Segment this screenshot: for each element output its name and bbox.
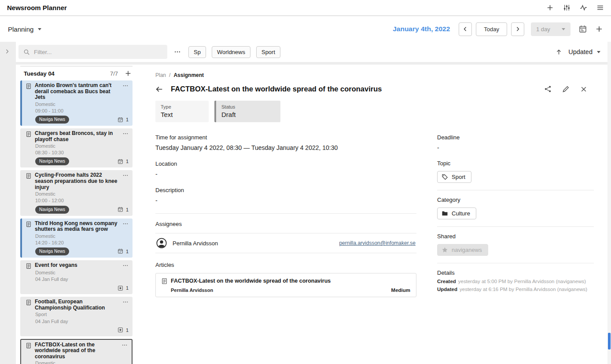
assignee-name: Pernilla Arvidsson: [173, 240, 218, 247]
sort-label[interactable]: Updated: [568, 48, 593, 55]
card-menu-icon[interactable]: [122, 83, 129, 89]
card-menu-icon[interactable]: [122, 172, 129, 178]
panels: Tuesday 04 7/7 Antonio Brown's tantrum c…: [16, 65, 607, 364]
add-event-icon[interactable]: [595, 25, 603, 33]
card-menu-icon[interactable]: [122, 221, 129, 227]
card-count: 1: [126, 159, 129, 164]
view-selector[interactable]: Planning: [8, 25, 41, 33]
deadline-value: -: [437, 144, 594, 151]
today-button[interactable]: Today: [476, 22, 507, 36]
chevron-down-icon: [38, 28, 41, 30]
card-title: Third Hong Kong news company shutters as…: [35, 221, 118, 233]
card-menu-icon[interactable]: [122, 299, 129, 305]
shared-chip: naviganews: [437, 244, 488, 256]
breadcrumb-plan[interactable]: Plan: [155, 72, 166, 78]
sort-direction-icon[interactable]: [556, 49, 562, 55]
next-day-button[interactable]: [511, 22, 524, 36]
assignment-title: FACTBOX-Latest on the worldwide spread o…: [171, 85, 382, 93]
vertical-scrollbar[interactable]: [607, 42, 611, 364]
card-title: FACTBOX-Latest on the worldwide spread o…: [35, 342, 118, 360]
edit-icon[interactable]: [562, 85, 570, 93]
card-title: Antonio Brown's tantrum can't derail com…: [35, 83, 118, 101]
avatar-icon: [156, 238, 167, 248]
star-icon: [442, 247, 448, 253]
prev-day-button[interactable]: [459, 22, 472, 36]
card-title: Cycling-Froome halts 2022 season prepara…: [35, 172, 118, 190]
card-badge: Naviga News: [35, 116, 69, 124]
more-filters-icon[interactable]: [174, 48, 181, 55]
current-date[interactable]: January 4th, 2022: [393, 25, 450, 33]
assignee-email-link[interactable]: pernilla.arvidsson@infomaker.se: [339, 240, 416, 246]
card-title: Chargers beat Broncos, stay in playoff c…: [35, 131, 118, 142]
topic-chip[interactable]: Sport: [437, 171, 471, 183]
card-badge: Naviga News: [35, 206, 69, 214]
type-value: Text: [161, 111, 202, 118]
chevron-down-icon[interactable]: [597, 51, 600, 53]
card-menu-icon[interactable]: [122, 131, 129, 137]
range-selector[interactable]: 1 day: [531, 22, 571, 36]
assignment-card[interactable]: Event for vegans Domestic 04 Jan Full da…: [20, 260, 133, 294]
booking-icon: [118, 248, 123, 254]
assignment-card[interactable]: Chargers beat Broncos, stay in playoff c…: [20, 128, 133, 167]
type-field[interactable]: Type Text: [155, 101, 209, 122]
filter-sliders-icon[interactable]: [563, 4, 571, 11]
created-value: yesterday at 5:00 PM by Pernilla Arvidss…: [458, 279, 586, 284]
filter-chip[interactable]: Worldnews: [212, 46, 250, 58]
assignment-doc-icon: [26, 221, 32, 227]
filter-chips: Sp Worldnews Sport: [188, 46, 280, 58]
close-icon[interactable]: [580, 86, 587, 93]
sidebar-collapse-strip: [0, 42, 16, 364]
card-menu-icon[interactable]: [121, 342, 128, 348]
status-value: Draft: [221, 111, 273, 118]
details-label: Details: [437, 269, 594, 276]
assignment-card[interactable]: Third Hong Kong news company shutters as…: [20, 218, 133, 258]
status-field[interactable]: Status Draft: [214, 101, 280, 122]
card-badge: Naviga News: [35, 248, 69, 255]
activity-icon[interactable]: [580, 4, 587, 11]
filter-search: [18, 45, 167, 59]
view-bar: Planning January 4th, 2022 Today 1 day: [0, 16, 611, 42]
back-icon[interactable]: [155, 85, 163, 93]
card-time: 08:30 - 10:30: [35, 150, 129, 156]
card-section: Domestic: [35, 270, 129, 276]
assignment-card[interactable]: Antonio Brown's tantrum can't derail com…: [20, 80, 133, 126]
location-field: Location -: [155, 160, 416, 178]
type-status-row: Type Text Status Draft: [155, 101, 594, 122]
card-badge: Naviga News: [35, 157, 69, 165]
scrollbar-thumb[interactable]: [608, 333, 611, 349]
filter-input[interactable]: [34, 49, 162, 55]
detail-meta-column: Deadline - Topic Sport Categ: [437, 134, 594, 297]
assignment-card[interactable]: Cycling-Froome halts 2022 season prepara…: [20, 170, 133, 215]
detail-body: Time for assignment Tuesday January 4 20…: [155, 134, 594, 297]
assignment-doc-icon: [26, 342, 32, 349]
assignment-card-selected[interactable]: FACTBOX-Latest on the worldwide spread o…: [20, 339, 133, 364]
time-field: Time for assignment Tuesday January 4 20…: [155, 134, 416, 151]
day-count: 7/7: [110, 70, 118, 77]
article-priority: Medium: [391, 288, 410, 293]
article-title: FACTBOX-Latest on the worldwide spread o…: [171, 278, 331, 284]
calendar-settings-icon[interactable]: [579, 25, 587, 33]
filter-chip[interactable]: Sport: [256, 46, 280, 58]
full-day-event-icon: [118, 327, 123, 333]
add-day-item-icon[interactable]: [125, 70, 132, 77]
divider: [437, 190, 594, 190]
card-title: Football, European Championship Qualific…: [35, 299, 118, 311]
add-icon[interactable]: [546, 4, 554, 11]
category-chip[interactable]: Culture: [437, 207, 476, 219]
breadcrumb: Plan / Assignment: [155, 72, 594, 78]
assignee-row[interactable]: Pernilla Arvidsson pernilla.arvidsson@in…: [155, 233, 416, 253]
time-value: Tuesday January 4 2022, 08:30 — Tuesday …: [155, 144, 416, 151]
article-card[interactable]: FACTBOX-Latest on the worldwide spread o…: [155, 273, 416, 297]
menu-icon[interactable]: [596, 4, 604, 11]
expand-panel-icon[interactable]: [4, 48, 10, 55]
card-time: 10:00 - 12:00: [35, 198, 129, 204]
deadline-label: Deadline: [437, 134, 594, 141]
share-icon[interactable]: [544, 85, 552, 93]
filter-toolbar: Sp Worldnews Sport Updated: [16, 42, 607, 62]
assignment-card[interactable]: Football, European Championship Qualific…: [20, 297, 133, 336]
card-time: 04 Jan Full day: [35, 319, 129, 324]
card-menu-icon[interactable]: [122, 262, 129, 269]
filter-chip[interactable]: Sp: [188, 46, 206, 58]
status-label: Status: [221, 104, 273, 109]
card-count: 1: [126, 207, 129, 212]
